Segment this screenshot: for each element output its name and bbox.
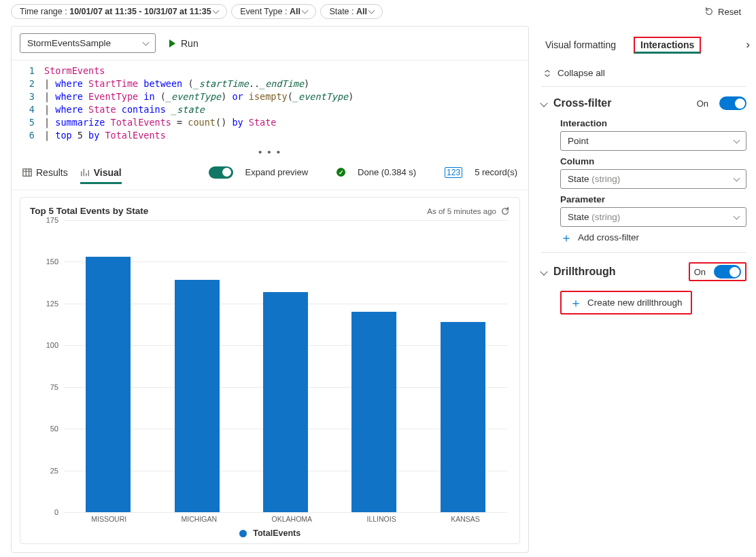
tab-visual[interactable]: Visual xyxy=(80,160,122,184)
drillthrough-header[interactable]: Drillthrough On xyxy=(541,258,746,287)
chevron-down-icon xyxy=(734,137,740,144)
chevron-down-icon xyxy=(540,99,547,107)
x-tick-label: KANSAS xyxy=(451,515,480,523)
time-range-pill[interactable]: Time range : 10/01/07 at 11:35 - 10/31/0… xyxy=(11,4,227,19)
chart-bar[interactable] xyxy=(175,280,220,512)
x-tick-label: MICHIGAN xyxy=(182,515,218,523)
reset-label: Reset xyxy=(718,7,741,17)
chevron-down-icon xyxy=(734,175,740,182)
chart-bar[interactable] xyxy=(86,257,131,512)
records-label: 5 record(s) xyxy=(475,167,517,177)
expand-preview-label: Expand preview xyxy=(245,167,309,177)
x-tick-label: MISSOURI xyxy=(91,515,126,523)
create-drillthrough-button[interactable]: ＋ Create new drillthrough xyxy=(560,291,692,315)
cross-filter-title: Cross-filter xyxy=(553,97,690,109)
y-tick-label: 0 xyxy=(29,508,58,516)
interaction-select[interactable]: Point xyxy=(560,131,746,151)
right-panel-tabs: Visual formatting Interactions ›› xyxy=(541,26,746,56)
chevron-down-icon xyxy=(143,39,150,46)
chart-card: Top 5 Total Events by State As of 5 minu… xyxy=(20,197,520,544)
y-tick-label: 100 xyxy=(29,341,58,349)
cross-filter-section: Cross-filter On Interaction Point Column… xyxy=(541,86,746,252)
parameter-select[interactable]: State (string) xyxy=(560,207,746,227)
database-name: StormEventsSample xyxy=(27,38,111,48)
play-icon xyxy=(169,39,175,48)
parameter-value: State xyxy=(568,212,589,222)
plus-icon: ＋ xyxy=(570,299,582,307)
chart-bar[interactable] xyxy=(263,292,308,512)
y-tick-label: 125 xyxy=(29,300,58,308)
chart-bar[interactable] xyxy=(351,312,396,512)
resize-handle[interactable]: • • • xyxy=(12,146,528,160)
chart-meta: As of 5 minutes ago xyxy=(427,207,496,215)
code-area[interactable]: StormEvents | where StartTime between (_… xyxy=(44,65,528,142)
parameter-label: Parameter xyxy=(560,194,746,204)
table-icon xyxy=(22,168,32,177)
state-pill[interactable]: State : All xyxy=(320,4,383,19)
run-label: Run xyxy=(181,38,199,49)
y-tick-label: 25 xyxy=(29,467,58,475)
y-tick-label: 150 xyxy=(29,257,58,266)
collapse-all-button[interactable]: Collapse all xyxy=(541,56,746,86)
y-tick-label: 75 xyxy=(29,383,58,391)
event-type-label: Event Type : xyxy=(240,7,287,16)
column-value: State xyxy=(568,174,589,184)
run-button[interactable]: Run xyxy=(165,37,203,50)
cross-filter-toggle[interactable] xyxy=(719,96,746,110)
interaction-label: Interaction xyxy=(560,118,746,128)
svg-rect-0 xyxy=(23,169,31,177)
chevron-down-icon xyxy=(213,7,220,14)
drillthrough-toggle-label: On xyxy=(694,267,706,277)
reset-button[interactable]: Reset xyxy=(700,6,745,18)
y-tick-label: 50 xyxy=(29,425,58,433)
tab-visual-formatting[interactable]: Visual formatting xyxy=(541,34,620,56)
chart-plot-area[interactable]: 0255075100125150175 xyxy=(29,220,511,512)
drillthrough-title: Drillthrough xyxy=(553,266,682,278)
chevron-down-icon xyxy=(540,268,547,275)
cross-filter-header[interactable]: Cross-filter On xyxy=(541,92,746,115)
create-drillthrough-label: Create new drillthrough xyxy=(587,298,683,308)
done-label: Done (0.384 s) xyxy=(358,167,416,177)
drillthrough-section: Drillthrough On ＋ Create new drillthroug… xyxy=(541,252,746,324)
add-cross-filter-button[interactable]: ＋ Add cross-filter xyxy=(560,232,746,242)
event-type-value: All xyxy=(290,7,300,16)
reset-icon xyxy=(704,7,714,16)
collapse-all-label: Collapse all xyxy=(557,68,605,78)
column-label: Column xyxy=(560,156,746,166)
chart-xaxis-labels: MISSOURIMICHIGANOKLAHOMAILLINOISKANSAS xyxy=(64,512,507,523)
tab-results[interactable]: Results xyxy=(22,160,68,184)
plus-icon: ＋ xyxy=(560,234,572,242)
time-range-label: Time range : xyxy=(20,7,67,16)
x-tick-label: ILLINOIS xyxy=(367,515,396,523)
legend-series-name: TotalEvents xyxy=(253,528,300,538)
success-icon: ✓ xyxy=(337,168,345,177)
result-tabs: Results Visual Expand preview ✓ Done (0.… xyxy=(12,160,528,190)
chart-icon xyxy=(80,168,90,177)
line-gutter: 123456 xyxy=(12,65,44,142)
interaction-value: Point xyxy=(568,136,589,146)
drillthrough-toggle[interactable] xyxy=(714,265,741,278)
chart-bar[interactable] xyxy=(441,322,485,512)
chevron-down-icon xyxy=(302,7,309,14)
query-header: StormEventsSample Run xyxy=(12,26,528,60)
expand-preview-toggle[interactable] xyxy=(209,166,233,179)
event-type-pill[interactable]: Event Type : All xyxy=(231,4,316,19)
right-pane: Visual formatting Interactions ›› Collap… xyxy=(532,26,756,557)
refresh-icon[interactable] xyxy=(500,206,510,216)
results-tab-label: Results xyxy=(36,167,68,178)
x-tick-label: OKLAHOMA xyxy=(272,515,313,523)
query-editor[interactable]: 123456 StormEvents | where StartTime bet… xyxy=(12,60,528,146)
database-select[interactable]: StormEventsSample xyxy=(20,33,156,53)
tab-interactions[interactable]: Interactions xyxy=(634,37,701,54)
state-value: All xyxy=(356,7,367,16)
left-pane: StormEventsSample Run 123456 StormEvents… xyxy=(11,26,529,553)
parameter-type: (string) xyxy=(591,212,620,222)
legend-dot-icon xyxy=(239,530,247,537)
chevron-down-icon xyxy=(734,213,740,220)
column-select[interactable]: State (string) xyxy=(560,169,746,189)
time-range-value: 10/01/07 at 11:35 - 10/31/07 at 11:35 xyxy=(69,7,211,16)
add-cross-filter-label: Add cross-filter xyxy=(578,232,639,242)
collapse-all-icon xyxy=(543,69,552,78)
collapse-panel-icon[interactable]: ›› xyxy=(746,39,746,51)
state-label: State : xyxy=(329,7,354,16)
